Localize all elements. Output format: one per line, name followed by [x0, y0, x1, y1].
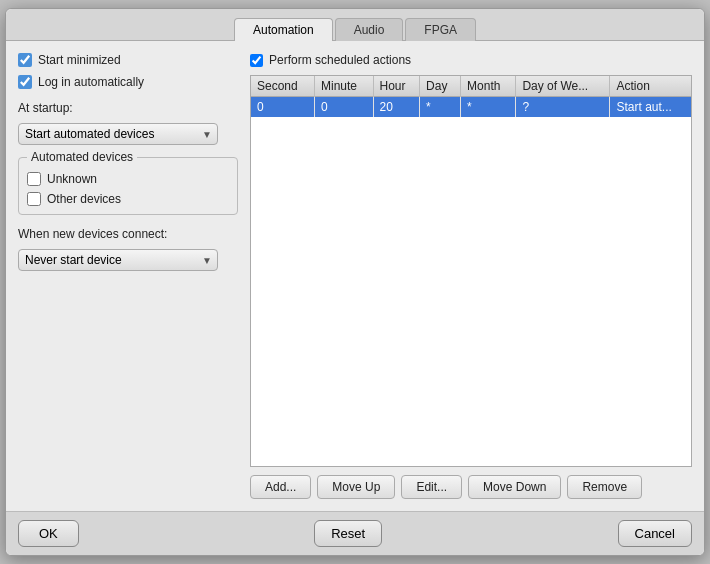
edit-button[interactable]: Edit... — [401, 475, 462, 499]
col-dayofweek: Day of We... — [516, 76, 610, 97]
other-devices-row: Other devices — [27, 192, 229, 206]
add-button[interactable]: Add... — [250, 475, 311, 499]
cell-minute: 0 — [315, 97, 374, 118]
col-action: Action — [610, 76, 691, 97]
tab-bar: Automation Audio FPGA — [6, 9, 704, 41]
col-minute: Minute — [315, 76, 374, 97]
table-row[interactable]: 0 0 20 * * ? Start aut... — [251, 97, 691, 118]
cell-dayofweek: ? — [516, 97, 610, 118]
left-panel: Start minimized Log in automatically At … — [18, 53, 238, 499]
table-buttons-row: Add... Move Up Edit... Move Down Remove — [250, 475, 692, 499]
when-new-label: When new devices connect: — [18, 227, 238, 241]
start-minimized-checkbox[interactable] — [18, 53, 32, 67]
perform-row: Perform scheduled actions — [250, 53, 692, 67]
ok-button[interactable]: OK — [18, 520, 79, 547]
cancel-button[interactable]: Cancel — [618, 520, 692, 547]
schedule-table-container: Second Minute Hour Day Month Day of We..… — [250, 75, 692, 467]
col-hour: Hour — [373, 76, 420, 97]
cell-day: * — [420, 97, 461, 118]
start-minimized-row: Start minimized — [18, 53, 238, 67]
col-month: Month — [461, 76, 516, 97]
col-day: Day — [420, 76, 461, 97]
perform-checkbox[interactable] — [250, 54, 263, 67]
automated-devices-group: Automated devices Unknown Other devices — [18, 157, 238, 215]
unknown-row: Unknown — [27, 172, 229, 186]
main-window: Automation Audio FPGA Start minimized Lo… — [5, 8, 705, 556]
group-box-title: Automated devices — [27, 150, 137, 164]
at-startup-label: At startup: — [18, 101, 238, 115]
log-in-automatically-label: Log in automatically — [38, 75, 144, 89]
move-up-button[interactable]: Move Up — [317, 475, 395, 499]
tab-automation[interactable]: Automation — [234, 18, 333, 41]
at-startup-select[interactable]: Start automated devices — [18, 123, 218, 145]
perform-label: Perform scheduled actions — [269, 53, 411, 67]
cell-month: * — [461, 97, 516, 118]
remove-button[interactable]: Remove — [567, 475, 642, 499]
bottom-bar: OK Reset Cancel — [6, 511, 704, 555]
move-down-button[interactable]: Move Down — [468, 475, 561, 499]
when-new-select[interactable]: Never start device — [18, 249, 218, 271]
log-in-automatically-checkbox[interactable] — [18, 75, 32, 89]
table-header-row: Second Minute Hour Day Month Day of We..… — [251, 76, 691, 97]
content-area: Start minimized Log in automatically At … — [6, 41, 704, 511]
right-panel: Perform scheduled actions Second Minute … — [250, 53, 692, 499]
tab-fpga[interactable]: FPGA — [405, 18, 476, 41]
at-startup-select-wrapper: Start automated devices ▼ — [18, 123, 218, 145]
tab-audio[interactable]: Audio — [335, 18, 404, 41]
cell-second: 0 — [251, 97, 315, 118]
cell-hour: 20 — [373, 97, 420, 118]
when-new-select-wrapper: Never start device ▼ — [18, 249, 218, 271]
group-box-content: Unknown Other devices — [27, 172, 229, 206]
other-devices-label: Other devices — [47, 192, 121, 206]
unknown-checkbox[interactable] — [27, 172, 41, 186]
other-devices-checkbox[interactable] — [27, 192, 41, 206]
reset-button[interactable]: Reset — [314, 520, 382, 547]
schedule-table: Second Minute Hour Day Month Day of We..… — [251, 76, 691, 117]
col-second: Second — [251, 76, 315, 97]
unknown-label: Unknown — [47, 172, 97, 186]
start-minimized-label: Start minimized — [38, 53, 121, 67]
log-in-automatically-row: Log in automatically — [18, 75, 238, 89]
cell-action: Start aut... — [610, 97, 691, 118]
